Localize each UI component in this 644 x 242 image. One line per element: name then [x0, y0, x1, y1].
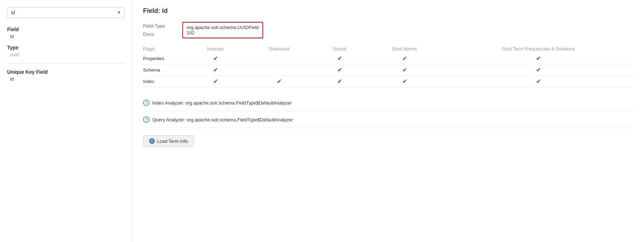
- row-name-index: Index: [143, 76, 186, 87]
- row-name-schema: Schema: [143, 64, 186, 76]
- cell-index-stored: ✔: [314, 76, 365, 87]
- unique-key-section: Unique Key Field id: [7, 69, 125, 82]
- docs-label: Docs:: [143, 30, 155, 38]
- query-analyzer-row: ? Query Analyzer: org.apache.solr.schema…: [143, 111, 633, 128]
- load-term-section: i Load Term Info: [143, 128, 633, 147]
- cell-schema-omit-norms: ✔: [365, 64, 443, 76]
- index-analyzer-label: Index Analyzer:: [152, 100, 184, 106]
- index-analyzer-value: org.apache.solr.schema.FieldType$Default…: [186, 100, 292, 106]
- col-stored: Stored: [314, 45, 365, 53]
- info-icon: i: [149, 138, 155, 144]
- cell-schema-stored: ✔: [314, 64, 365, 76]
- field-type-value: org.apache.solr.schema.UUIDField: [187, 25, 259, 30]
- unique-key-value: id: [7, 76, 125, 82]
- cell-schema-indexed: ✔: [186, 64, 245, 76]
- cell-schema-tokenized: [245, 64, 314, 76]
- cell-properties-tokenized: [245, 53, 314, 64]
- field-section-value: id: [7, 34, 125, 39]
- cell-properties-omit-term-freq: ✔: [443, 53, 633, 64]
- table-row: Properties ✔ ✔ ✔ ✔: [143, 53, 633, 64]
- field-type-label: Field-Type:: [143, 22, 166, 30]
- col-omit-norms: Omit Norms: [365, 45, 443, 53]
- col-tokenized: Tokenized: [245, 45, 314, 53]
- table-row: Schema ✔ ✔ ✔ ✔: [143, 64, 633, 76]
- flags-label: Flags:: [143, 45, 186, 53]
- field-section: Field id: [7, 26, 125, 39]
- type-section-value: uuid: [7, 52, 125, 57]
- left-divider: [7, 63, 125, 63]
- flags-table: Flags: Indexed Tokenized Stored Omit Nor…: [143, 45, 633, 87]
- cell-index-omit-term-freq: ✔: [443, 76, 633, 87]
- flags-section: Flags: Indexed Tokenized Stored Omit Nor…: [143, 45, 633, 87]
- cell-schema-omit-term-freq: ✔: [443, 64, 633, 76]
- right-panel: Field: id Field-Type: Docs: org.apache.s…: [132, 0, 644, 242]
- unique-key-title: Unique Key Field: [7, 69, 125, 75]
- query-analyzer-label: Query Analyzer:: [152, 117, 186, 122]
- row-name-properties: Properties: [143, 53, 186, 64]
- cell-properties-omit-norms: ✔: [365, 53, 443, 64]
- field-select-wrapper: id ▼: [7, 7, 125, 18]
- cell-properties-stored: ✔: [314, 53, 365, 64]
- field-section-title: Field: [7, 26, 125, 32]
- cell-index-tokenized: ✔: [245, 76, 314, 87]
- load-term-label: Load Term Info: [157, 139, 188, 144]
- col-indexed: Indexed: [186, 45, 245, 53]
- cell-index-omit-norms: ✔: [365, 76, 443, 87]
- index-analyzer-row: ? Index Analyzer: org.apache.solr.schema…: [143, 95, 633, 111]
- type-section-title: Type: [7, 45, 125, 50]
- cell-properties-indexed: ✔: [186, 53, 245, 64]
- index-analyzer-icon: ?: [143, 100, 149, 106]
- query-analyzer-icon: ?: [143, 116, 149, 123]
- left-panel: id ▼ Field id Type uuid Unique Key Field…: [0, 0, 132, 242]
- query-analyzer-value: org.apache.solr.schema.FieldType$Default…: [187, 117, 293, 122]
- cell-index-indexed: ✔: [186, 76, 245, 87]
- type-section: Type uuid: [7, 45, 125, 57]
- table-row: Index ✔ ✔ ✔ ✔ ✔: [143, 76, 633, 87]
- docs-value: 102: [187, 30, 259, 35]
- field-select[interactable]: id: [7, 7, 125, 18]
- col-omit-term-freq: Omit Term Frequencies & Positions: [443, 45, 633, 53]
- field-title: Field: id: [143, 7, 633, 15]
- load-term-info-button[interactable]: i Load Term Info: [143, 135, 194, 147]
- field-type-docs-box: org.apache.solr.schema.UUIDField 102: [182, 22, 263, 38]
